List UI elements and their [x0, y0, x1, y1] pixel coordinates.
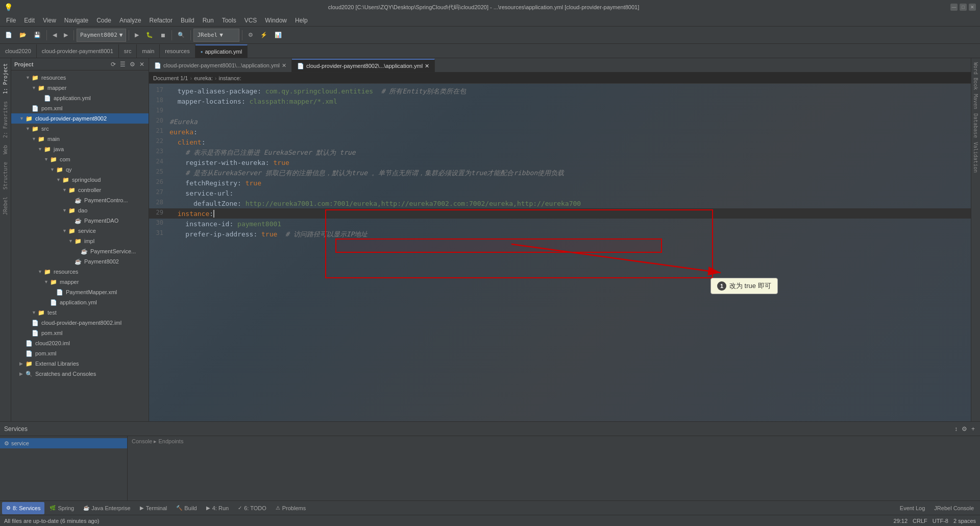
bottom-tab-spring[interactable]: 🌿 Spring: [45, 502, 78, 514]
word-book-btn[interactable]: Word Book: [972, 60, 979, 92]
code-editor[interactable]: 17 type-aliases-package: com.qy.springcl…: [149, 84, 971, 421]
tree-item-21[interactable]: 📄 PaymentMapper.xml: [11, 287, 149, 297]
services-add-btn[interactable]: +: [970, 424, 976, 434]
bottom-tab-services[interactable]: ⚙ 8: Services: [2, 502, 44, 514]
tb-run-btn[interactable]: ▶: [132, 29, 142, 42]
vtab-favorites[interactable]: 2: Favorites: [2, 98, 9, 141]
bottom-tab-terminal[interactable]: ▶ Terminal: [136, 502, 172, 514]
tb-new-btn[interactable]: 📄: [2, 29, 15, 42]
tree-item-25[interactable]: 📄 pom.xml: [11, 328, 149, 338]
tree-item-7[interactable]: ▼ 📁 java: [11, 144, 149, 154]
bottom-tab-problems[interactable]: ⚠ Problems: [272, 502, 310, 514]
vtab-project[interactable]: 1: Project: [2, 60, 9, 97]
tree-item-20[interactable]: ▼ 📁 mapper: [11, 277, 149, 287]
status-position[interactable]: 29:12: [894, 518, 908, 524]
tree-item-13[interactable]: ▼ 📁 dao: [11, 205, 149, 216]
sidebar-sync-btn[interactable]: ⟳: [110, 60, 117, 69]
tree-item-19[interactable]: ▼ 📁 resources: [11, 267, 149, 277]
project-dropdown[interactable]: Payment8002 ▼: [77, 29, 126, 42]
jrebel-dropdown[interactable]: JRebel ▼: [193, 29, 239, 42]
tb-search-btn[interactable]: 🔍: [175, 29, 188, 42]
tb-forward-btn[interactable]: ▶: [61, 29, 71, 42]
tree-item-14[interactable]: ☕ PaymentDAO: [11, 216, 149, 226]
menu-run[interactable]: Run: [199, 16, 218, 25]
tb-stop-btn[interactable]: ⏹: [157, 29, 169, 42]
tree-item-3[interactable]: 📄 pom.xml: [11, 103, 149, 113]
tree-item-24[interactable]: 📄 cloud-provider-payment8002.iml: [11, 318, 149, 328]
vtab-structure[interactable]: Structure: [2, 159, 9, 193]
maven-btn[interactable]: Maven: [972, 92, 979, 111]
services-item-service[interactable]: ⚙ service: [0, 438, 127, 448]
status-encoding[interactable]: CRLF: [913, 518, 927, 524]
menu-tools[interactable]: Tools: [218, 16, 240, 25]
menu-refactor[interactable]: Refactor: [145, 16, 177, 25]
menu-edit[interactable]: Edit: [20, 16, 39, 25]
tree-item-12[interactable]: ☕ PaymentContro...: [11, 195, 149, 205]
tree-item-8[interactable]: ▼ 📁 com: [11, 154, 149, 164]
status-charset[interactable]: UTF-8: [933, 518, 948, 524]
menu-vcs[interactable]: VCS: [240, 16, 261, 25]
path-tab-resources[interactable]: resources: [160, 44, 195, 58]
services-filter-btn[interactable]: ⚙: [961, 424, 968, 434]
breadcrumb-instance[interactable]: instance:: [219, 75, 241, 81]
editor-tab-close[interactable]: ✕: [425, 63, 429, 69]
path-tab-main[interactable]: main: [137, 44, 160, 58]
menu-code[interactable]: Code: [92, 16, 115, 25]
tb-extra-2[interactable]: ⚡: [257, 29, 271, 42]
editor-tab-payment8001[interactable]: 📄 cloud-provider-payment8001\...\applica…: [149, 59, 292, 72]
sidebar-settings-btn[interactable]: ⚙: [129, 60, 136, 69]
validation-btn[interactable]: Validation: [972, 140, 979, 175]
tree-item-26[interactable]: 📄 cloud2020.iml: [11, 338, 149, 348]
tree-item-1[interactable]: ▼ 📁 mapper: [11, 83, 149, 93]
bottom-tab-java-enterprise[interactable]: ☕ Java Enterprise: [79, 502, 134, 514]
tree-item-27[interactable]: 📄 pom.xml: [11, 348, 149, 358]
vtab-jrebel[interactable]: JRebel: [2, 194, 9, 218]
tb-save-btn[interactable]: 💾: [31, 29, 44, 42]
tree-item-0[interactable]: ▼ 📁 resources: [11, 73, 149, 83]
close-button[interactable]: ✕: [969, 4, 976, 11]
path-tab-application-yml[interactable]: ● application.yml: [195, 44, 248, 58]
menu-file[interactable]: File: [2, 16, 20, 25]
services-sort-btn[interactable]: ↕: [953, 424, 959, 434]
path-tab-src[interactable]: src: [119, 44, 137, 58]
menu-help[interactable]: Help: [291, 16, 312, 25]
sidebar-collapse-btn[interactable]: ☰: [119, 60, 127, 69]
tree-item-6[interactable]: ▼ 📁 main: [11, 134, 149, 144]
sidebar-close-btn[interactable]: ✕: [138, 60, 145, 69]
editor-tab-payment8002[interactable]: 📄 cloud-provider-payment8002\...\applica…: [292, 59, 435, 72]
tb-open-btn[interactable]: 📂: [16, 29, 30, 42]
bottom-tab-build[interactable]: 🔨 Build: [172, 502, 201, 514]
breadcrumb-eureka[interactable]: eureka:: [194, 75, 213, 81]
bottom-tab-todo[interactable]: ✓ 6: TODO: [234, 502, 271, 514]
path-tab-payment8001[interactable]: cloud-provider-payment8001: [37, 44, 119, 58]
maximize-button[interactable]: □: [960, 4, 967, 11]
tree-item-2[interactable]: 📄 application.yml: [11, 93, 149, 103]
menu-build[interactable]: Build: [177, 16, 199, 25]
tree-item-23[interactable]: ▼ 📁 test: [11, 307, 149, 318]
menu-view[interactable]: View: [39, 16, 60, 25]
tree-item-22[interactable]: 📄 application.yml: [11, 297, 149, 307]
tree-item-5[interactable]: ▼ 📁 src: [11, 124, 149, 134]
minimize-button[interactable]: —: [950, 4, 958, 11]
bottom-event-log[interactable]: Event Log: [896, 502, 929, 514]
tree-item-10[interactable]: ▼ 📁 springcloud: [11, 175, 149, 185]
menu-analyze[interactable]: Analyze: [115, 16, 145, 25]
tree-item-16[interactable]: ▼ 📁 impl: [11, 236, 149, 246]
tree-item-11[interactable]: ▼ 📁 controller: [11, 185, 149, 195]
bottom-jrebel[interactable]: JRebel Console: [930, 502, 978, 514]
tb-back-btn[interactable]: ◀: [50, 29, 60, 42]
tree-item-18[interactable]: ☕ Payment8002: [11, 256, 149, 267]
tb-extra-1[interactable]: ⚙: [245, 29, 256, 42]
tree-item-15[interactable]: ▼ 📁 service: [11, 226, 149, 236]
tree-item-17[interactable]: ☕ PaymentService...: [11, 246, 149, 256]
tb-debug-btn[interactable]: 🐛: [143, 29, 156, 42]
path-tab-cloud2020[interactable]: cloud2020: [0, 44, 37, 58]
status-indent[interactable]: 2 spaces: [953, 518, 976, 524]
vtab-web[interactable]: Web: [2, 142, 9, 157]
tb-extra-3[interactable]: 📊: [272, 29, 285, 42]
menu-window[interactable]: Window: [261, 16, 291, 25]
editor-tab-close[interactable]: ✕: [282, 62, 286, 69]
tree-item-29[interactable]: ▶ 🔍 Scratches and Consoles: [11, 369, 149, 379]
tree-item-28[interactable]: ▶ 📁 External Libraries: [11, 358, 149, 369]
db-btn[interactable]: Database: [972, 111, 979, 140]
